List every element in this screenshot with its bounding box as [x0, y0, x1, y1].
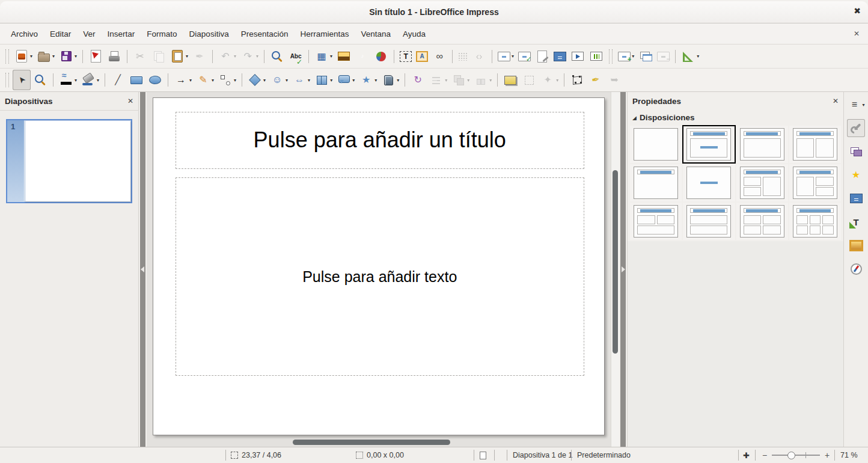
symbol-shapes-button[interactable]: ☺▾	[268, 70, 290, 90]
connectors-button[interactable]: ▾	[216, 70, 238, 90]
select-button[interactable]: ➤	[13, 70, 31, 90]
slides-panel-close-icon[interactable]: ✕	[127, 97, 133, 105]
menu-ayuda[interactable]: Ayuda	[397, 25, 432, 43]
arrange-dropdown-icon[interactable]: ▾	[467, 78, 469, 83]
menu-ver[interactable]: Ver	[77, 25, 101, 43]
layout-two-content-and-content[interactable]	[736, 164, 788, 201]
slide-template-indicator[interactable]: Predeterminado	[577, 447, 631, 463]
basic-shapes-button[interactable]: ▾	[246, 70, 267, 90]
tab-slide-transition[interactable]	[847, 143, 865, 161]
layout-content-over-content[interactable]	[683, 203, 735, 240]
symbol-shapes-dropdown-icon[interactable]: ▾	[286, 78, 288, 83]
zoom-and-pan-button[interactable]	[31, 70, 49, 90]
sidebar-settings-button[interactable]: ≡▾	[847, 96, 865, 114]
menu-ventana[interactable]: Ventana	[355, 25, 397, 43]
title-placeholder[interactable]: Pulse para añadir un título	[176, 112, 584, 169]
flowchart-shapes-button[interactable]: ▾	[313, 70, 334, 90]
master-slide-button[interactable]: ▾	[496, 46, 516, 67]
menu-formato[interactable]: Formato	[141, 25, 183, 43]
tab-properties[interactable]	[847, 119, 865, 137]
paste-dropdown-icon[interactable]: ▾	[186, 54, 188, 59]
insert-image-button[interactable]	[335, 46, 353, 67]
vertical-scrollbar-thumb[interactable]	[613, 170, 618, 354]
document-close-icon[interactable]: ✕	[854, 29, 860, 38]
zoom-in-button[interactable]: +	[825, 447, 830, 463]
new-slide-button[interactable]: +▾	[616, 46, 636, 67]
layout-centered-text[interactable]	[683, 164, 735, 201]
properties-panel-close-icon[interactable]: ✕	[833, 97, 839, 105]
3d-objects-dropdown-icon[interactable]: ▾	[397, 78, 399, 83]
layout-six-content[interactable]	[789, 203, 841, 240]
distribute-selection-dropdown-icon[interactable]: ▾	[489, 78, 492, 83]
print-button[interactable]	[105, 46, 123, 67]
menu-presentacion[interactable]: Presentación	[235, 25, 295, 43]
callout-shapes-dropdown-icon[interactable]: ▾	[352, 78, 355, 83]
layout-title-two-content[interactable]	[789, 126, 841, 163]
image-filter-dropdown-icon[interactable]: ▾	[556, 78, 558, 83]
insert-fontwork-button[interactable]: A	[414, 46, 430, 67]
stars-and-banners-dropdown-icon[interactable]: ▾	[374, 78, 377, 83]
line-style-dropdown-icon[interactable]: ▾	[75, 78, 77, 83]
insert-table-button[interactable]: ▦▾	[313, 46, 334, 67]
ellipse-button[interactable]	[146, 70, 164, 90]
rectangle-button[interactable]	[127, 70, 145, 90]
layout-title-content[interactable]	[736, 126, 788, 163]
lines-and-arrows-dropdown-icon[interactable]: ▾	[189, 78, 192, 83]
body-placeholder[interactable]: Pulse para añadir texto	[176, 177, 584, 376]
master-slide-dropdown-icon[interactable]: ▾	[512, 54, 514, 59]
right-panel-splitter[interactable]	[620, 92, 626, 447]
zoom-out-button[interactable]: −	[762, 447, 767, 463]
block-arrows-button[interactable]: ⇔▾	[290, 70, 312, 90]
tab-animation[interactable]: ★	[847, 166, 865, 184]
slide-thumbnail-1[interactable]: 1	[6, 119, 132, 203]
zoom-slider-knob[interactable]	[787, 452, 795, 459]
lines-and-arrows-button[interactable]: →▾	[172, 70, 194, 90]
zoom-fit-button[interactable]: ✚	[743, 447, 750, 463]
horizontal-scrollbar-thumb[interactable]	[293, 440, 450, 445]
stars-and-banners-button[interactable]: ★▾	[357, 70, 379, 90]
callout-shapes-button[interactable]: ▾	[335, 70, 356, 90]
edit-points-button[interactable]	[568, 70, 586, 90]
insert-chart-button[interactable]	[372, 46, 390, 67]
slide-page[interactable]: Pulse para añadir un título Pulse para a…	[153, 97, 605, 435]
new-slide-dropdown-icon[interactable]: ▾	[632, 54, 634, 59]
find-and-replace-button[interactable]	[268, 46, 286, 67]
layout-four-content[interactable]	[736, 203, 788, 240]
layouts-section-header[interactable]: ◢ Disposiciones	[628, 110, 843, 124]
start-from-current-slide-button[interactable]	[587, 46, 605, 67]
slide-layout-button[interactable]: ▾	[679, 46, 701, 67]
show-slide-button[interactable]: ✓	[516, 46, 533, 67]
redo-dropdown-icon[interactable]: ▾	[256, 54, 258, 59]
new-presentation-dropdown-icon[interactable]: ▾	[30, 54, 32, 59]
layout-title-slide[interactable]	[683, 126, 735, 163]
spelling-button[interactable]: Abc	[287, 46, 305, 67]
export-pdf-button[interactable]	[87, 46, 105, 67]
basic-shapes-dropdown-icon[interactable]: ▾	[263, 78, 266, 83]
vertical-scrollbar[interactable]	[611, 92, 619, 447]
curves-and-polygons-button[interactable]: ✎▾	[194, 70, 216, 90]
menu-editar[interactable]: Editar	[44, 25, 77, 43]
left-panel-splitter[interactable]	[140, 92, 145, 447]
slide-layout-dropdown-icon[interactable]: ▾	[697, 54, 699, 59]
start-from-first-slide-button[interactable]	[569, 46, 587, 67]
undo-dropdown-icon[interactable]: ▾	[234, 54, 236, 59]
open-button[interactable]: ▾	[35, 46, 57, 67]
open-dropdown-icon[interactable]: ▾	[52, 54, 55, 59]
show-glue-points-button[interactable]: ✒	[587, 70, 605, 90]
curves-and-polygons-dropdown-icon[interactable]: ▾	[212, 78, 214, 83]
zoom-slider[interactable]	[772, 447, 820, 463]
document-modified-indicator[interactable]	[480, 447, 486, 463]
display-views-button[interactable]	[552, 46, 568, 67]
menu-archivo[interactable]: Archivo	[5, 25, 44, 43]
align-objects-dropdown-icon[interactable]: ▾	[445, 78, 447, 83]
fill-color-button[interactable]: ▾	[79, 70, 101, 90]
insert-hyperlink-button[interactable]: ∞	[430, 46, 448, 67]
menu-insertar[interactable]: Insertar	[102, 25, 141, 43]
layout-title-only[interactable]	[630, 164, 682, 201]
menu-diapositiva[interactable]: Diapositiva	[183, 25, 235, 43]
new-presentation-button[interactable]: ▾	[13, 46, 34, 67]
horizontal-scrollbar[interactable]	[147, 439, 611, 446]
tab-master-slides[interactable]	[847, 189, 865, 207]
insert-text-box-drawing-button[interactable]	[501, 70, 519, 90]
layout-blank[interactable]	[630, 126, 682, 163]
